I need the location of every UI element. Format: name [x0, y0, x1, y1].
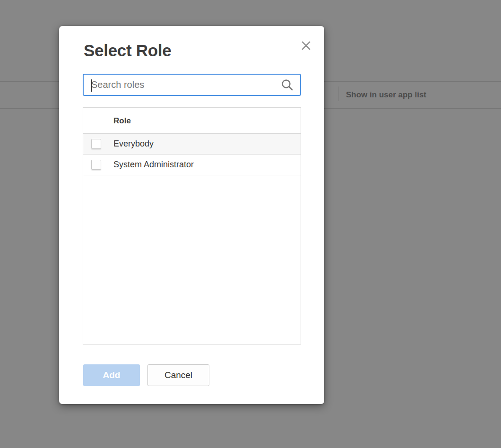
- role-checkbox[interactable]: [91, 139, 101, 149]
- roles-table: Role Everybody System Administrator: [83, 107, 301, 345]
- search-field-container: [83, 74, 301, 96]
- close-icon[interactable]: [299, 39, 312, 52]
- cancel-button[interactable]: Cancel: [147, 364, 209, 386]
- dialog-title: Select Role: [84, 41, 171, 60]
- roles-column-header: Role: [83, 108, 301, 134]
- background-column-divider: [338, 86, 339, 101]
- role-checkbox[interactable]: [91, 160, 101, 170]
- text-caret: [91, 79, 92, 92]
- role-row-system-administrator[interactable]: System Administrator: [83, 155, 301, 175]
- background-column-header: Show in user app list: [346, 82, 426, 108]
- search-icon: [281, 78, 294, 91]
- add-button[interactable]: Add: [83, 364, 140, 386]
- select-role-dialog: Select Role Role Everybody System Admini…: [59, 26, 324, 404]
- role-row-everybody[interactable]: Everybody: [83, 134, 301, 155]
- search-input[interactable]: [84, 75, 281, 95]
